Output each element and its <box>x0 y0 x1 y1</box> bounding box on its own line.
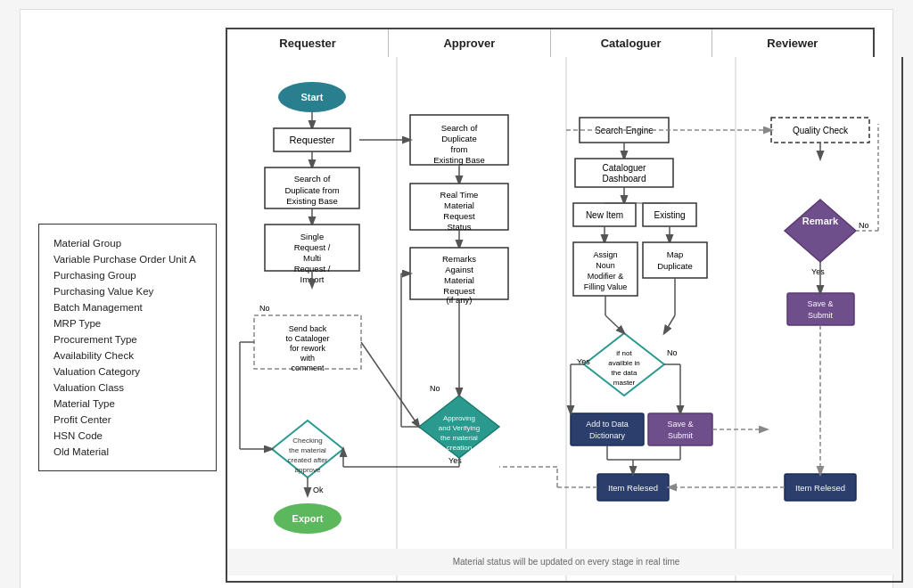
svg-text:No: No <box>667 348 678 357</box>
svg-text:the material: the material <box>289 446 326 454</box>
svg-text:master: master <box>613 379 636 387</box>
status-bar-text: Material status will be updated on every… <box>453 557 680 567</box>
svg-text:and Verifying: and Verifying <box>439 424 480 432</box>
svg-text:Assign: Assign <box>593 250 617 259</box>
svg-text:Material: Material <box>444 275 474 285</box>
list-item: Variable Purchase Order Unit A <box>53 251 202 267</box>
list-item: Valuation Category <box>53 363 202 380</box>
start-label: Start <box>300 92 323 102</box>
svg-text:Checking: Checking <box>292 437 322 445</box>
svg-text:Real Time: Real Time <box>440 190 479 200</box>
svg-text:created after: created after <box>288 456 328 464</box>
svg-line-102 <box>664 315 675 333</box>
svg-text:Search of: Search of <box>294 174 331 184</box>
svg-text:Existing Base: Existing Base <box>433 155 485 165</box>
svg-text:for rework: for rework <box>290 344 326 353</box>
flowchart-area: Material Group Variable Purchase Order U… <box>38 28 875 583</box>
column-headers: Requester Approver Cataloguer Reviewer <box>226 28 875 57</box>
svg-text:Save &: Save & <box>667 420 693 429</box>
svg-text:availble in: availble in <box>608 359 640 367</box>
svg-text:Item Relesed: Item Relesed <box>795 483 845 493</box>
list-item: Purchasing Value Key <box>53 283 202 299</box>
list-item: Material Type <box>53 396 202 412</box>
svg-text:Modifier &: Modifier & <box>588 272 624 281</box>
col-header-cataloguer: Cataloguer <box>551 29 712 57</box>
svg-line-70 <box>361 342 419 427</box>
list-item: Profit Center <box>53 412 202 428</box>
list-item: MRP Type <box>53 315 202 331</box>
svg-text:Against: Against <box>445 265 473 274</box>
requester-box: Requester <box>290 135 335 145</box>
svg-text:Noun: Noun <box>596 261 615 270</box>
svg-text:Map: Map <box>667 249 683 259</box>
svg-text:approve: approve <box>295 466 321 474</box>
svg-text:No: No <box>859 221 869 230</box>
svg-text:Item Relesed: Item Relesed <box>608 483 658 493</box>
svg-text:the data: the data <box>612 369 637 377</box>
svg-text:Multi: Multi <box>303 253 321 263</box>
svg-text:Duplicate: Duplicate <box>441 134 477 143</box>
sidebar-items: Material Group Variable Purchase Order U… <box>53 235 202 460</box>
list-item: Material Group <box>53 235 202 251</box>
svg-line-100 <box>605 315 624 333</box>
svg-text:Add to Data: Add to Data <box>586 420 629 429</box>
svg-text:to Cataloger: to Cataloger <box>285 334 329 343</box>
svg-text:Duplicate: Duplicate <box>657 261 693 271</box>
svg-text:from: from <box>451 144 468 154</box>
svg-rect-110 <box>648 413 712 445</box>
list-item: Availability Check <box>53 347 202 363</box>
svg-text:Approving: Approving <box>443 414 475 422</box>
svg-text:Save &: Save & <box>807 299 833 308</box>
svg-text:Material: Material <box>444 200 474 210</box>
svg-text:Request: Request <box>443 211 475 221</box>
svg-text:Dashboard: Dashboard <box>603 174 646 184</box>
svg-text:Remark: Remark <box>802 216 839 226</box>
svg-text:with: with <box>300 354 315 363</box>
svg-text:Submit: Submit <box>668 431 694 440</box>
svg-marker-127 <box>785 200 856 262</box>
svg-text:No: No <box>430 384 440 393</box>
flow-diagram: Start Requester Search of Duplicate from… <box>226 57 903 583</box>
svg-text:Search of: Search of <box>441 123 478 133</box>
svg-text:Existing: Existing <box>654 210 685 220</box>
svg-text:Yes: Yes <box>811 267 825 276</box>
list-item: Batch Management <box>53 299 202 315</box>
svg-text:Request /: Request / <box>294 242 331 252</box>
svg-text:Filling Value: Filling Value <box>584 282 627 291</box>
svg-text:Duplicate from: Duplicate from <box>284 185 339 195</box>
list-item: Purchasing Group <box>53 267 202 283</box>
svg-text:Single: Single <box>300 232 324 241</box>
svg-text:Existing Base: Existing Base <box>286 196 338 206</box>
main-container: Material Group Variable Purchase Order U… <box>20 9 893 588</box>
svg-text:Yes: Yes <box>448 456 462 465</box>
col-header-requester: Requester <box>227 29 389 57</box>
list-item: Procurement Type <box>53 331 202 347</box>
svg-text:No: No <box>259 304 270 313</box>
svg-rect-105 <box>571 413 644 445</box>
svg-text:New Item: New Item <box>586 210 623 220</box>
svg-text:Send back: Send back <box>289 324 327 333</box>
svg-text:creation: creation <box>447 444 472 452</box>
svg-text:comment: comment <box>291 363 325 372</box>
list-item: Valuation Class <box>53 380 202 396</box>
svg-text:Remarks: Remarks <box>442 254 476 264</box>
svg-rect-133 <box>787 293 854 325</box>
svg-text:Dictionary: Dictionary <box>589 431 626 440</box>
export-label: Export <box>292 513 324 524</box>
col-header-approver: Approver <box>389 29 550 57</box>
svg-text:the material: the material <box>440 434 478 442</box>
svg-text:Ok: Ok <box>313 486 324 494</box>
svg-text:Cataloguer: Cataloguer <box>603 163 647 173</box>
svg-text:Quality Check: Quality Check <box>793 126 849 135</box>
svg-rect-91 <box>643 242 707 278</box>
svg-text:if not: if not <box>616 349 632 357</box>
diagram-wrapper: Requester Approver Cataloguer Reviewer S… <box>226 28 875 583</box>
list-item: HSN Code <box>53 428 202 444</box>
col-header-reviewer: Reviewer <box>712 29 873 57</box>
list-item: Old Material <box>53 444 202 460</box>
svg-text:Submit: Submit <box>808 311 834 320</box>
sidebar-list: Material Group Variable Purchase Order U… <box>38 224 217 471</box>
